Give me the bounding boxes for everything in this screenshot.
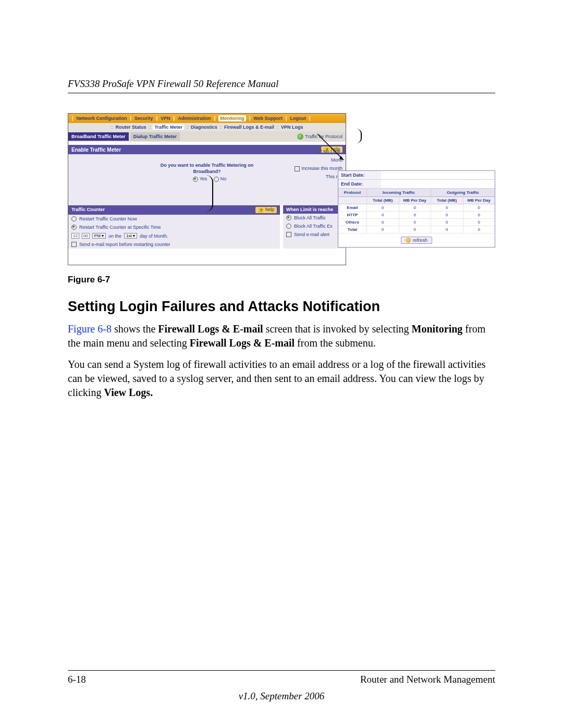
subnav-firewalllogs[interactable]: Firewall Logs & E-mail <box>224 125 274 130</box>
send-email-alert-checkbox[interactable]: Send e-mail alert <box>283 230 346 239</box>
version-line: v1.0, September 2006 <box>0 690 563 702</box>
tab-dialup[interactable]: Dialup Traffic Meter <box>130 132 180 141</box>
nav-admin[interactable]: Administration <box>178 116 211 121</box>
day-select[interactable]: 1st ▾ <box>124 233 137 239</box>
chapter-title: Router and Network Management <box>360 674 495 685</box>
block-all-radio[interactable]: Block All Traffic <box>283 214 346 222</box>
send-email-report-checkbox[interactable]: Send e-mail report before restarting cou… <box>68 240 280 249</box>
ampm-select[interactable]: PM ▾ <box>92 233 106 239</box>
col-in-mb: Total (MB) <box>366 197 399 204</box>
tab-broadband[interactable]: Broadband Traffic Meter <box>68 132 129 141</box>
col-outgoing: Outgoing Traffic <box>431 189 495 196</box>
refresh-button[interactable]: refresh <box>401 237 432 244</box>
end-date-value <box>381 180 495 188</box>
brace-icon <box>201 175 213 212</box>
nav-security[interactable]: Security <box>134 116 153 121</box>
enable-traffic-meter-header: Enable Traffic Meter ? help <box>68 145 346 154</box>
tab-row: Broadband Traffic Meter Dialup Traffic M… <box>68 131 346 142</box>
block-all-ex-radio[interactable]: Block All Traffic Ex <box>283 222 346 230</box>
nav-monitoring[interactable]: Monitoring <box>218 115 246 121</box>
radio-yes[interactable] <box>193 177 198 182</box>
subnav-vpnlogs[interactable]: VPN Logs <box>281 125 303 130</box>
nav-vpn[interactable]: VPN <box>161 116 170 121</box>
no-limit-radio[interactable]: No Limit <box>316 148 340 154</box>
paragraph-1: Figure 6-8 shows the Firewall Logs & E-m… <box>68 322 495 350</box>
subnav-trafficmeter[interactable]: Traffic Meter <box>153 125 184 130</box>
time-picker-row: 12 00 PM ▾ on the 1st ▾ day of Month. <box>68 231 280 240</box>
restart-now-radio[interactable]: Restart Traffic Counter Now <box>68 215 280 223</box>
table-row: Total0000 <box>338 226 495 233</box>
nav-logout[interactable]: Logout <box>290 116 307 121</box>
end-date-label: End Date: <box>338 180 381 188</box>
col-out-mb: Total (MB) <box>431 197 463 204</box>
screenshot-main-window: | Network Configuration| Security| VPN| … <box>68 113 346 265</box>
table-row: Others0000 <box>338 219 495 226</box>
traffic-by-protocol-popup: Start Date: End Date: Protocol Incoming … <box>338 170 495 248</box>
top-nav-bar: | Network Configuration| Security| VPN| … <box>68 114 346 123</box>
figure-6-8-xref[interactable]: Figure 6-8 <box>68 323 112 335</box>
subnav-diagnostics[interactable]: Diagnostics <box>191 125 217 130</box>
increase-checkbox[interactable]: Increase this month <box>295 166 342 171</box>
montl-cut: Montl <box>331 157 342 163</box>
brace-right-icon <box>349 129 362 143</box>
when-limit-panel: When Limit is reache Block All Traffic B… <box>283 205 346 249</box>
figure-6-7-container: | Network Configuration| Security| VPN| … <box>68 113 495 269</box>
start-date-value <box>381 171 495 179</box>
nav-network[interactable]: Network Configuration <box>77 116 127 121</box>
enable-traffic-meter-body: No Limit Do you want to enable Traffic M… <box>68 154 346 205</box>
minute-input[interactable]: 00 <box>82 233 90 239</box>
hour-input[interactable]: 12 <box>71 233 79 239</box>
col-incoming: Incoming Traffic <box>366 189 431 196</box>
help-link-tc[interactable]: ? help <box>255 207 277 213</box>
subnav-routerstatus[interactable]: Router Status <box>115 125 146 130</box>
page-number: 6-18 <box>68 674 86 685</box>
question-icon: ? <box>258 207 264 213</box>
page-footer: 6-18 Router and Network Management <box>68 670 495 685</box>
paragraph-2: You can send a System log of firewall ac… <box>68 357 495 400</box>
table-row: Email0000 <box>338 204 495 212</box>
sub-nav-bar: ::Router Status ::Traffic Meter ::Diagno… <box>68 123 346 131</box>
restart-specific-radio[interactable]: Restart Traffic Counter at Specific Time <box>68 223 280 231</box>
running-header: FVS338 ProSafe VPN Firewall 50 Reference… <box>68 78 495 93</box>
col-out-day: MB Per Day <box>463 197 495 204</box>
traffic-by-protocol-link[interactable]: Traffic by Protocol <box>297 133 346 140</box>
table-row: HTTP0000 <box>338 212 495 219</box>
traffic-counter-panel: Traffic Counter? help Restart Traffic Co… <box>68 205 280 249</box>
section-heading: Setting Login Failures and Attacks Notif… <box>68 299 495 315</box>
col-in-day: MB Per Day <box>399 197 431 204</box>
col-protocol: Protocol <box>338 189 366 196</box>
nav-websupport[interactable]: Web Support <box>253 116 283 121</box>
arrow-icon <box>297 133 303 140</box>
start-date-label: Start Date: <box>338 171 381 179</box>
radio-no[interactable] <box>214 177 219 182</box>
figure-caption: Figure 6-7 <box>68 275 495 285</box>
